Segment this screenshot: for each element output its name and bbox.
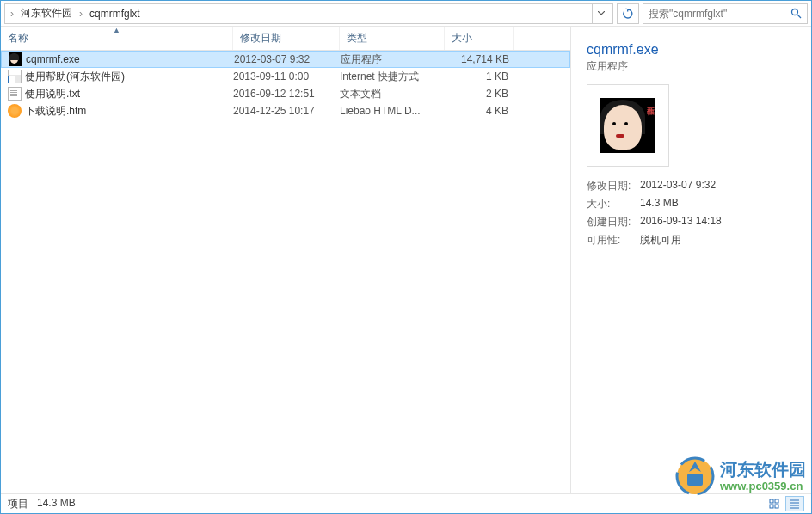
file-row[interactable]: 下载说明.htm2014-12-25 10:17Liebao HTML D...… bbox=[1, 102, 570, 119]
search-icon bbox=[790, 8, 802, 19]
file-row[interactable]: 使用说明.txt2016-09-12 12:51文本文档2 KB bbox=[1, 85, 570, 102]
column-label: 名称 bbox=[8, 31, 28, 46]
file-name: cqmrmf.exe bbox=[26, 53, 234, 65]
view-large-icons-button[interactable] bbox=[765, 496, 784, 511]
search-button[interactable] bbox=[784, 4, 807, 23]
breadcrumb-item[interactable]: cqmrmfglxt bbox=[84, 6, 145, 21]
details-preview: 互石软件 bbox=[587, 84, 669, 167]
status-items-label: 项目 bbox=[8, 497, 28, 511]
property-value: 14.3 MB bbox=[640, 197, 679, 211]
details-title: cqmrmf.exe bbox=[587, 42, 796, 58]
statusbar: 项目 14.3 MB bbox=[1, 493, 811, 513]
svg-rect-2 bbox=[770, 499, 773, 503]
file-type: 文本文档 bbox=[340, 87, 445, 101]
history-dropdown[interactable] bbox=[592, 4, 609, 23]
svg-rect-3 bbox=[775, 499, 778, 503]
file-size: 1 KB bbox=[445, 70, 508, 83]
file-name: 使用说明.txt bbox=[25, 87, 233, 101]
search-input[interactable] bbox=[643, 8, 784, 20]
file-html-shortcut-icon bbox=[8, 70, 22, 83]
property-value: 2016-09-13 14:18 bbox=[640, 215, 722, 229]
file-date: 2014-12-25 10:17 bbox=[233, 105, 340, 117]
svg-rect-4 bbox=[770, 505, 773, 508]
details-pane: cqmrmf.exe 应用程序 互石软件 修改日期:2012-03-07 9:3… bbox=[571, 27, 811, 494]
property-label: 大小: bbox=[587, 197, 640, 211]
status-left: 项目 14.3 MB bbox=[8, 497, 76, 511]
file-date: 2012-03-07 9:32 bbox=[234, 53, 341, 65]
file-row[interactable]: cqmrmf.exe2012-03-07 9:32应用程序14,714 KB bbox=[1, 51, 570, 68]
breadcrumb-item[interactable]: 河东软件园 bbox=[15, 4, 77, 22]
details-property: 大小:14.3 MB bbox=[587, 197, 796, 211]
status-size: 14.3 MB bbox=[37, 497, 76, 511]
file-size: 4 KB bbox=[445, 105, 508, 117]
column-headers: 名称 ▲ 修改日期 类型 大小 bbox=[1, 27, 570, 51]
property-value: 脱机可用 bbox=[640, 233, 681, 248]
property-label: 修改日期: bbox=[587, 179, 640, 193]
property-value: 2012-03-07 9:32 bbox=[640, 179, 716, 193]
file-size: 2 KB bbox=[445, 88, 508, 100]
app-icon: 互石软件 bbox=[600, 98, 655, 153]
column-header-name[interactable]: 名称 ▲ bbox=[1, 27, 233, 50]
chevron-right-icon[interactable]: › bbox=[77, 8, 84, 20]
refresh-button[interactable] bbox=[617, 3, 639, 24]
file-name: 下载说明.htm bbox=[25, 104, 233, 119]
file-list-pane: 名称 ▲ 修改日期 类型 大小 cqmrmf.exe2012-03-07 9:3… bbox=[1, 27, 571, 494]
file-date: 2013-09-11 0:00 bbox=[233, 70, 340, 83]
column-header-date[interactable]: 修改日期 bbox=[233, 27, 340, 50]
view-switcher bbox=[765, 496, 804, 511]
column-header-type[interactable]: 类型 bbox=[340, 27, 445, 50]
file-name: 使用帮助(河东软件园) bbox=[25, 70, 233, 84]
breadcrumb[interactable]: › 河东软件园 › cqmrmfglxt bbox=[4, 3, 613, 24]
details-properties: 修改日期:2012-03-07 9:32大小:14.3 MB创建日期:2016-… bbox=[587, 179, 796, 248]
svg-rect-5 bbox=[775, 505, 778, 508]
svg-line-1 bbox=[797, 15, 801, 18]
sort-ascending-icon: ▲ bbox=[113, 26, 120, 34]
column-header-size[interactable]: 大小 bbox=[445, 27, 514, 50]
view-details-button[interactable] bbox=[785, 496, 804, 511]
property-label: 创建日期: bbox=[587, 215, 640, 229]
file-txt-icon bbox=[8, 87, 22, 101]
file-type: 应用程序 bbox=[341, 52, 446, 67]
file-exe-icon bbox=[9, 52, 22, 66]
address-toolbar: › 河东软件园 › cqmrmfglxt bbox=[1, 1, 811, 27]
search-box bbox=[643, 3, 808, 24]
file-rows: cqmrmf.exe2012-03-07 9:32应用程序14,714 KB使用… bbox=[1, 51, 570, 119]
file-row[interactable]: 使用帮助(河东软件园)2013-09-11 0:00Internet 快捷方式1… bbox=[1, 68, 570, 85]
svg-point-0 bbox=[791, 9, 797, 15]
file-htm-icon bbox=[8, 104, 22, 118]
chevron-right-icon[interactable]: › bbox=[9, 8, 15, 20]
details-property: 修改日期:2012-03-07 9:32 bbox=[587, 179, 796, 193]
file-date: 2016-09-12 12:51 bbox=[233, 88, 340, 100]
property-label: 可用性: bbox=[587, 233, 640, 248]
list-icon bbox=[790, 499, 800, 509]
grid-icon bbox=[769, 499, 779, 509]
details-subtitle: 应用程序 bbox=[587, 59, 796, 74]
file-size: 14,714 KB bbox=[446, 53, 509, 65]
content-area: 名称 ▲ 修改日期 类型 大小 cqmrmf.exe2012-03-07 9:3… bbox=[1, 27, 811, 494]
chevron-down-icon bbox=[598, 11, 605, 15]
file-type: Liebao HTML D... bbox=[340, 105, 445, 117]
file-type: Internet 快捷方式 bbox=[340, 70, 445, 84]
details-property: 创建日期:2016-09-13 14:18 bbox=[587, 215, 796, 229]
details-property: 可用性:脱机可用 bbox=[587, 233, 796, 248]
refresh-icon bbox=[622, 8, 634, 20]
